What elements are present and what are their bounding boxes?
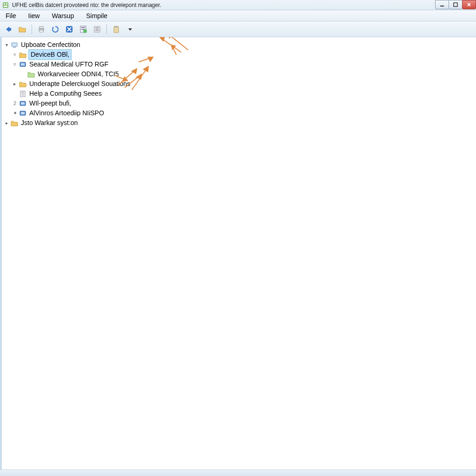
device-icon bbox=[19, 110, 27, 117]
refresh-icon[interactable] bbox=[50, 24, 61, 35]
tree-root[interactable]: ▾ Upboate Cenfectiton bbox=[4, 40, 474, 50]
expand-toggle-icon[interactable]: ▿ bbox=[12, 60, 18, 69]
dropdown-arrow-icon[interactable] bbox=[125, 24, 136, 35]
menu-view[interactable]: Iiew bbox=[26, 11, 43, 20]
svg-rect-29 bbox=[21, 102, 25, 105]
tree-item-jsto-warkar[interactable]: ▸ Jsto Warkar syst:on bbox=[4, 118, 474, 128]
expand-toggle-icon[interactable]: ▸ bbox=[12, 79, 18, 89]
title-bar: UFHE celBis datcert provoteed nto: the d… bbox=[0, 0, 476, 10]
svg-rect-17 bbox=[95, 30, 99, 31]
clipboard-icon[interactable] bbox=[111, 24, 122, 35]
expand-toggle-icon[interactable]: ▾ bbox=[4, 42, 9, 48]
folder-icon bbox=[19, 51, 27, 59]
row-badge: 2 bbox=[12, 99, 18, 108]
svg-rect-27 bbox=[21, 95, 24, 95]
client-area: ▾ Upboate Cenfectiton ▿ DeviceB OBl, ▿ S… bbox=[0, 37, 476, 469]
svg-rect-20 bbox=[12, 43, 17, 46]
document-icon bbox=[19, 90, 27, 98]
tree-item-label: AlVinros Artoediip NIiSPO bbox=[28, 108, 105, 118]
minimize-button[interactable] bbox=[435, 0, 449, 9]
list-badge-icon[interactable] bbox=[92, 24, 103, 35]
menu-simple[interactable]: Simpile bbox=[83, 11, 110, 20]
menu-warsup[interactable]: Warsup bbox=[49, 11, 77, 20]
properties-icon[interactable] bbox=[78, 24, 89, 35]
tree-item-wil-peept[interactable]: 2 WIl-peept bufi, bbox=[4, 99, 474, 108]
svg-rect-31 bbox=[21, 112, 25, 114]
row-badge: ✦ bbox=[12, 108, 18, 118]
svg-rect-7 bbox=[40, 26, 43, 28]
svg-rect-25 bbox=[21, 92, 24, 93]
tree-view[interactable]: ▾ Upboate Cenfectiton ▿ DeviceB OBl, ▿ S… bbox=[2, 37, 476, 131]
svg-rect-4 bbox=[440, 6, 444, 7]
tree-item-label: Underapte Delerckuogel Souations bbox=[28, 79, 131, 89]
device-icon bbox=[19, 100, 27, 107]
tree-item-label: Help a Computihg Seees bbox=[28, 89, 103, 99]
svg-rect-23 bbox=[21, 63, 25, 66]
tree-item-alvinros[interactable]: ✦ AlVinros Artoediip NIiSPO bbox=[4, 108, 474, 118]
toolbar-separator bbox=[106, 24, 107, 34]
window-controls bbox=[436, 0, 476, 9]
tree-item-label: WIl-peept bufi, bbox=[28, 99, 72, 108]
device-icon bbox=[19, 61, 27, 68]
svg-rect-19 bbox=[115, 26, 118, 27]
status-bar bbox=[0, 469, 476, 476]
svg-rect-16 bbox=[95, 29, 99, 30]
svg-rect-21 bbox=[13, 47, 16, 48]
svg-rect-11 bbox=[81, 27, 85, 28]
tree-item-label: Workarvecieer ODNI4, TCI5 bbox=[37, 69, 120, 79]
svg-rect-2 bbox=[6, 3, 7, 5]
expand-toggle-icon[interactable]: ▿ bbox=[12, 50, 18, 60]
folder-icon bbox=[27, 71, 35, 78]
app-icon bbox=[2, 1, 9, 9]
svg-rect-0 bbox=[3, 2, 8, 8]
toolbar bbox=[0, 21, 476, 37]
delete-x-icon[interactable] bbox=[64, 24, 75, 35]
close-button[interactable] bbox=[462, 0, 476, 9]
tree-item-workarvecieer[interactable]: Workarvecieer ODNI4, TCI5 bbox=[4, 69, 474, 79]
svg-rect-3 bbox=[4, 6, 7, 7]
tree-item-label: DeviceB OBl, bbox=[28, 49, 72, 60]
svg-rect-26 bbox=[21, 93, 24, 94]
back-arrow-icon[interactable] bbox=[3, 24, 14, 35]
toolbar-separator bbox=[32, 24, 32, 34]
printer-icon[interactable] bbox=[36, 24, 47, 35]
expand-toggle-icon[interactable]: ▸ bbox=[4, 120, 9, 126]
tree-item-label: Jsto Warkar syst:on bbox=[20, 118, 79, 128]
svg-point-13 bbox=[83, 29, 87, 33]
folder-open-icon[interactable] bbox=[17, 24, 28, 35]
menu-bar: File Iiew Warsup Simpile bbox=[0, 10, 476, 21]
computer-icon bbox=[10, 41, 19, 49]
tree-item-device-obl[interactable]: ▿ DeviceB OBl, bbox=[4, 50, 474, 60]
tree-item-underapte[interactable]: ▸ Underapte Delerckuogel Souations bbox=[4, 79, 474, 89]
tree-item-label: Seacal Medical UFTO RGF bbox=[28, 60, 109, 69]
window-title: UFHE celBis datcert provoteed nto: the d… bbox=[12, 2, 161, 8]
svg-rect-1 bbox=[4, 3, 5, 5]
folder-icon bbox=[19, 80, 27, 88]
svg-rect-15 bbox=[95, 27, 99, 28]
tree-item-seacal-medical[interactable]: ▿ Seacal Medical UFTO RGF bbox=[4, 60, 474, 69]
menu-file[interactable]: File bbox=[3, 11, 19, 20]
svg-rect-5 bbox=[454, 3, 457, 7]
tree-item-help-computing[interactable]: Help a Computihg Seees bbox=[4, 89, 474, 99]
tree-root-label: Upboate Cenfectiton bbox=[20, 40, 81, 50]
maximize-button[interactable] bbox=[449, 0, 463, 9]
svg-rect-8 bbox=[40, 30, 43, 32]
folder-icon bbox=[10, 119, 19, 127]
